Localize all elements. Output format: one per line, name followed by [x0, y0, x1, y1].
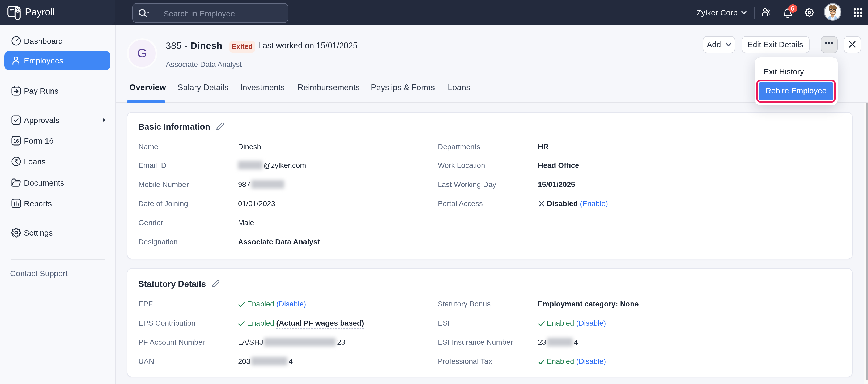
svg-text:16: 16: [13, 138, 19, 143]
svg-text:₹: ₹: [14, 158, 18, 165]
